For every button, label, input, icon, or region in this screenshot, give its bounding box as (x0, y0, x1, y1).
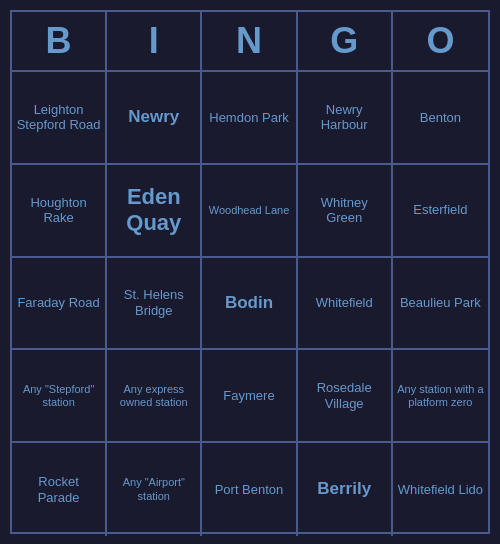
bingo-cell-20: Rocket Parade (12, 443, 107, 536)
bingo-cell-22: Port Benton (202, 443, 297, 536)
bingo-cell-23: Berrily (298, 443, 393, 536)
bingo-cell-2: Hemdon Park (202, 72, 297, 165)
bingo-cell-5: Houghton Rake (12, 165, 107, 258)
bingo-cell-14: Beaulieu Park (393, 258, 488, 351)
bingo-cell-3: Newry Harbour (298, 72, 393, 165)
bingo-cell-11: St. Helens Bridge (107, 258, 202, 351)
bingo-grid: Leighton Stepford RoadNewryHemdon ParkNe… (12, 72, 488, 536)
bingo-cell-1: Newry (107, 72, 202, 165)
header-letter-I: I (107, 12, 202, 70)
bingo-cell-18: Rosedale Village (298, 350, 393, 443)
bingo-cell-9: Esterfield (393, 165, 488, 258)
bingo-cell-0: Leighton Stepford Road (12, 72, 107, 165)
bingo-cell-6: Eden Quay (107, 165, 202, 258)
bingo-cell-17: Faymere (202, 350, 297, 443)
bingo-cell-13: Whitefield (298, 258, 393, 351)
header-letter-G: G (298, 12, 393, 70)
bingo-cell-19: Any station with a platform zero (393, 350, 488, 443)
bingo-cell-4: Benton (393, 72, 488, 165)
bingo-cell-8: Whitney Green (298, 165, 393, 258)
bingo-card: BINGO Leighton Stepford RoadNewryHemdon … (10, 10, 490, 534)
bingo-cell-15: Any "Stepford" station (12, 350, 107, 443)
header-letter-O: O (393, 12, 488, 70)
bingo-cell-24: Whitefield Lido (393, 443, 488, 536)
bingo-cell-16: Any express owned station (107, 350, 202, 443)
bingo-header: BINGO (12, 12, 488, 72)
bingo-cell-10: Faraday Road (12, 258, 107, 351)
bingo-cell-7: Woodhead Lane (202, 165, 297, 258)
header-letter-B: B (12, 12, 107, 70)
bingo-cell-12: Bodin (202, 258, 297, 351)
header-letter-N: N (202, 12, 297, 70)
bingo-cell-21: Any "Airport" station (107, 443, 202, 536)
